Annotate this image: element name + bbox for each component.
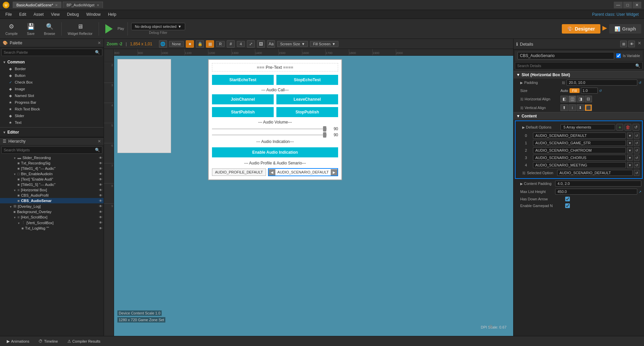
play-button[interactable] <box>102 22 116 36</box>
has-down-arrow-checkbox[interactable] <box>565 197 570 201</box>
option-dropdown-0[interactable]: ▼ <box>627 133 633 139</box>
variable-name-input[interactable] <box>518 52 614 59</box>
designer-button[interactable]: 🎨 Designer <box>562 24 600 34</box>
tab-close-bp[interactable]: ✕ <box>97 3 99 7</box>
hierarchy-btn-enable-audio[interactable]: □ Btn_EnableAudioIn 👁 <box>0 171 104 177</box>
padding-expand-icon[interactable]: ▶ <box>520 81 523 85</box>
close-button[interactable]: ✕ <box>633 2 641 8</box>
widget-join-btn[interactable]: JoinChannel <box>212 94 274 104</box>
text-aa-icon-btn[interactable]: Aa <box>267 40 275 48</box>
halign-fill-btn[interactable]: ⊟ <box>585 96 592 102</box>
compile-button[interactable]: ⚙ Compile <box>3 20 20 37</box>
is-variable-checkbox[interactable] <box>616 53 621 58</box>
content-padding-input[interactable] <box>555 181 641 187</box>
valign-bottom-btn[interactable]: ⬇ <box>577 104 584 111</box>
add-option-btn[interactable]: + <box>616 124 623 131</box>
scenario-arrow-left[interactable]: ◀ <box>269 169 275 176</box>
valign-middle-btn[interactable]: ↕ <box>569 104 576 111</box>
btn-enable-visibility[interactable]: 👁 <box>99 172 102 176</box>
bg-overlay-visibility[interactable]: 👁 <box>99 210 102 214</box>
palette-item-progress-bar[interactable]: ★ Progress Bar <box>0 99 104 106</box>
option-dropdown-4[interactable]: ▼ <box>627 162 633 168</box>
image-icon-btn[interactable]: 🖼 <box>257 40 265 48</box>
text-enable-visibility[interactable]: 👁 <box>99 178 102 181</box>
hierarchy-cbs-audio-senar[interactable]: ■ CBS_AudioSenar 👁 <box>0 198 104 203</box>
menu-file[interactable]: File <box>2 11 15 17</box>
hori-scroll-visibility[interactable]: 👁 <box>99 215 102 219</box>
size-fill-badge[interactable]: Fill <box>570 88 580 93</box>
hierarchy-txt-logmsg[interactable]: ■ Txt_LogMsg "" 👁 <box>0 226 104 231</box>
canvas-settings-icon[interactable]: ⚙ <box>489 324 493 329</box>
content-padding-expand[interactable]: ▶ <box>520 182 523 186</box>
palette-collapse[interactable]: ✕ <box>98 41 101 45</box>
menu-debug[interactable]: Debug <box>64 11 82 17</box>
title01-5-visibility[interactable]: 👁 <box>99 183 102 187</box>
option-input-2[interactable] <box>533 147 626 153</box>
valign-top-btn[interactable]: ⬆ <box>560 104 568 111</box>
palette-item-image[interactable]: ◆ Image <box>0 86 104 92</box>
halign-center-btn[interactable]: ◫ <box>569 96 576 102</box>
palette-item-text[interactable]: ★ Text <box>0 119 104 126</box>
option-reset-3[interactable]: ↺ <box>634 155 639 161</box>
details-table-icon[interactable]: ⊞ <box>620 41 627 47</box>
widget-slider2[interactable] <box>212 134 327 136</box>
widget-enable-btn[interactable]: Enable Audio Indication <box>212 147 338 157</box>
widget-scenario-dropdown[interactable]: ◀ AUDIO_SCENARIO_DEFAULT ▶ <box>268 168 338 176</box>
details-search-input[interactable] <box>515 63 633 69</box>
hash-icon-btn[interactable]: # <box>227 40 235 48</box>
hbox-visibility[interactable]: 👁 <box>99 188 102 192</box>
max-height-arrow-icon[interactable]: ↗ <box>639 190 641 194</box>
hierarchy-search-input[interactable] <box>2 147 93 153</box>
menu-edit[interactable]: Edit <box>16 11 30 17</box>
palette-item-named-slot[interactable]: ◆ Named Slot <box>0 92 104 99</box>
widget-container[interactable]: === Pre-Text ==== StartEchoTest StopEcho… <box>208 59 342 180</box>
hierarchy-text-enable[interactable]: ■ [Text] "Enable Audi" 👁 <box>0 177 104 182</box>
hierarchy-horizontal-box[interactable]: ≡ [Horizontal Box] 👁 <box>0 187 104 193</box>
widget-reflector-button[interactable]: 🖥 Widget Reflector <box>65 20 95 37</box>
palette-common-header[interactable]: ▼ Common <box>0 59 104 65</box>
option-input-0[interactable] <box>533 133 626 139</box>
hierarchy-collapse[interactable]: ✕ <box>98 139 101 144</box>
selected-option-input[interactable] <box>557 170 633 176</box>
square-icon-btn[interactable]: ■ <box>186 40 194 48</box>
menu-help[interactable]: Help <box>105 11 120 17</box>
hierarchy-overlay-log[interactable]: ⊞ [Overlay_Log] 👁 <box>0 203 104 209</box>
option-input-1[interactable] <box>533 140 626 146</box>
hierarchy-bg-overlay[interactable]: ■ Background_Overlay 👁 <box>0 209 104 214</box>
none-btn[interactable]: None <box>169 41 184 47</box>
slider-recording-visibility[interactable]: 👁 <box>99 156 102 160</box>
delete-option-btn[interactable]: 🗑 <box>625 124 631 131</box>
default-options-arrow[interactable]: ▶ <box>522 126 525 129</box>
timeline-tab[interactable]: ⏱ Timeline <box>35 338 62 345</box>
widget-slider1[interactable] <box>212 128 327 130</box>
debug-object-dropdown[interactable]: No debug object selected ▼ <box>131 23 185 30</box>
txt-recording-visibility[interactable]: 👁 <box>99 161 102 165</box>
menu-window[interactable]: Window <box>83 11 104 17</box>
content-section-header[interactable]: ▼ Content <box>514 112 644 120</box>
menu-asset[interactable]: Asset <box>30 11 47 17</box>
browse-button[interactable]: 🔍 Browse <box>41 20 58 37</box>
widget-start-echo-btn[interactable]: StartEchoTest <box>212 75 274 85</box>
hierarchy-txt-recording[interactable]: ■ Txt_RecordingSig 👁 <box>0 160 104 166</box>
verti-scroll-visibility[interactable]: 👁 <box>99 221 102 225</box>
minimize-button[interactable]: — <box>614 2 623 8</box>
fill-screen-dropdown[interactable]: Fill Screen ▼ <box>310 41 338 47</box>
hierarchy-hori-scrollbox[interactable]: ≡ [Hori_ScrollBox] 👁 <box>0 214 104 220</box>
option-reset-4[interactable]: ↺ <box>634 162 639 168</box>
globe-icon-btn[interactable]: 🌐 <box>159 40 167 48</box>
palette-item-checkbox[interactable]: ✓ Check Box <box>0 79 104 86</box>
palette-item-slider[interactable]: ◆ Slider <box>0 112 104 119</box>
menu-view[interactable]: View <box>48 11 63 17</box>
overlay-log-visibility[interactable]: 👁 <box>99 204 102 208</box>
cbs-audio-profil-visibility[interactable]: 👁 <box>99 194 102 197</box>
cbs-audio-senar-visibility[interactable]: 👁 <box>99 199 102 203</box>
size-fill-input[interactable] <box>581 88 598 94</box>
grid-icon-btn[interactable]: ▦ <box>206 40 214 48</box>
max-list-height-input[interactable] <box>555 189 637 195</box>
widget-stop-publish-btn[interactable]: StopPublish <box>276 107 338 117</box>
screen-size-dropdown[interactable]: Screen Size ▼ <box>277 41 308 47</box>
selected-option-reset[interactable]: ↺ <box>634 170 639 176</box>
tab-close-basic[interactable]: ✕ <box>55 3 58 7</box>
size-reset-icon[interactable]: ↺ <box>599 89 602 93</box>
widget-stop-echo-btn[interactable]: StopEchoTest <box>276 75 338 85</box>
